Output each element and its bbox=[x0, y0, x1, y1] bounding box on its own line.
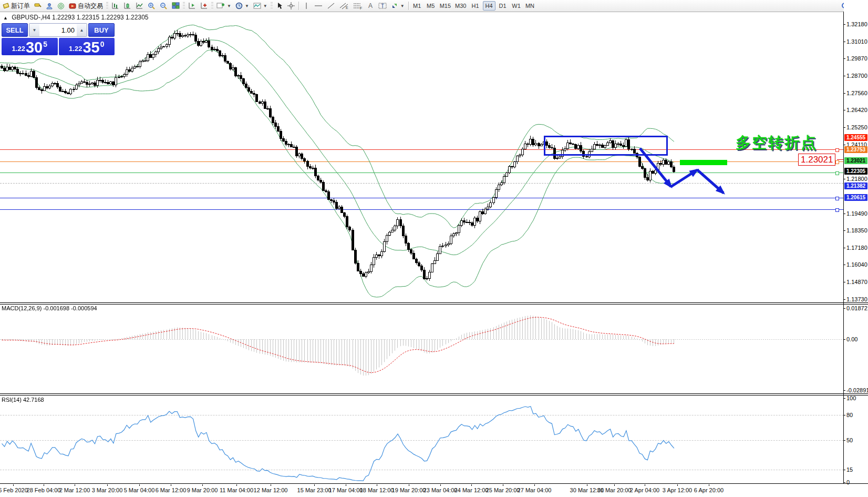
rsi-pane-canvas[interactable] bbox=[0, 395, 843, 483]
zoom-out-button[interactable] bbox=[158, 1, 169, 11]
volume-control: ▼ ▲ bbox=[29, 23, 87, 37]
volume-down-button[interactable]: ▼ bbox=[29, 24, 39, 36]
chart-title: ▲ GBPUSD-,H4 1.22293 1.22315 1.22293 1.2… bbox=[3, 14, 148, 21]
horizontal-line-icon bbox=[314, 2, 323, 9]
chart-line-button[interactable] bbox=[134, 1, 145, 11]
time-label: 11 Mar 04:00 bbox=[220, 487, 253, 493]
axis-tick-label: -0.028913 bbox=[846, 387, 868, 393]
community-button[interactable] bbox=[44, 1, 55, 11]
text-tool-button[interactable]: A bbox=[365, 1, 376, 11]
timeframe-m15[interactable]: M15 bbox=[438, 1, 452, 11]
toolbar-grip bbox=[106, 2, 108, 9]
timeframe-mn[interactable]: MN bbox=[524, 1, 536, 11]
axis-tick-label: 1.17180 bbox=[846, 245, 867, 251]
timeframe-m1[interactable]: M1 bbox=[411, 1, 423, 11]
price-axis[interactable]: 1.321801.310101.298701.287001.275601.264… bbox=[844, 0, 868, 497]
price-badge-1.21382: 1.21382 bbox=[844, 182, 867, 189]
shapes-tool-button[interactable]: ▼ bbox=[389, 1, 406, 11]
periods-button[interactable]: ▼ bbox=[234, 1, 251, 11]
timeframe-m30[interactable]: M30 bbox=[453, 1, 468, 11]
indicators-button[interactable]: ▼ bbox=[215, 1, 233, 11]
time-tick-mark bbox=[202, 484, 203, 486]
macd-pane-canvas[interactable] bbox=[0, 304, 843, 393]
chart-candles-button[interactable] bbox=[122, 1, 133, 11]
brush-button[interactable] bbox=[33, 1, 43, 11]
sell-price-point: 5 bbox=[43, 40, 47, 48]
arrow-annotations[interactable] bbox=[0, 23, 843, 314]
time-label: 6 Feb 2020 bbox=[0, 487, 28, 493]
indicators-icon bbox=[216, 2, 225, 9]
callout-leader-line bbox=[837, 159, 843, 160]
consolidation-box[interactable] bbox=[544, 136, 668, 156]
axis-tick-label: 1.19490 bbox=[846, 210, 867, 217]
timeframe-w1[interactable]: W1 bbox=[510, 1, 523, 11]
volume-input[interactable] bbox=[39, 24, 77, 36]
buy-price-pips: 35 bbox=[82, 40, 99, 54]
pane-separator[interactable] bbox=[0, 393, 868, 394]
trendline-tool-button[interactable] bbox=[325, 1, 337, 11]
time-tick-mark bbox=[107, 484, 108, 486]
time-tick-mark bbox=[139, 484, 140, 486]
clock-icon bbox=[235, 2, 243, 9]
time-label: 19 Mar 20:00 bbox=[392, 487, 426, 493]
cursor-button[interactable] bbox=[274, 1, 285, 11]
toolbar-separator bbox=[298, 2, 299, 10]
axis-tick-label: 1.21800 bbox=[846, 176, 867, 182]
auto-scroll-button[interactable] bbox=[187, 1, 198, 11]
timeframe-d1[interactable]: D1 bbox=[497, 1, 509, 11]
price-badge-1.23753: 1.23753 bbox=[844, 146, 867, 153]
sell-price-display[interactable]: 1.22 30 5 bbox=[2, 38, 58, 55]
label-tool-button[interactable]: T bbox=[377, 1, 388, 11]
timeframe-h1[interactable]: H1 bbox=[469, 1, 482, 11]
sell-button[interactable]: SELL bbox=[2, 23, 28, 37]
axis-tick-label: 15 bbox=[846, 466, 853, 473]
macd-indicator-label: MACD(12,26,9) -0.001698 -0.000594 bbox=[2, 305, 97, 311]
signals-button[interactable] bbox=[56, 1, 66, 11]
templates-button[interactable]: ▼ bbox=[252, 1, 269, 11]
chevron-down-icon: ▼ bbox=[400, 4, 405, 8]
zoom-in-icon bbox=[148, 2, 156, 9]
chart-area[interactable] bbox=[0, 12, 843, 497]
chart-bars-button[interactable] bbox=[110, 1, 121, 11]
time-label: 3 Apr 12:00 bbox=[663, 487, 692, 493]
hline-tool-button[interactable] bbox=[313, 1, 324, 11]
zoom-in-button[interactable] bbox=[146, 1, 157, 11]
price-axis-border bbox=[843, 12, 844, 484]
time-tick-mark bbox=[471, 484, 472, 486]
tile-windows-button[interactable] bbox=[170, 1, 181, 11]
pane-separator bbox=[0, 395, 868, 395]
price-callout-label[interactable]: 1.23021 bbox=[798, 154, 835, 166]
support-zone-bar[interactable] bbox=[680, 160, 727, 165]
vertical-line-icon bbox=[304, 2, 309, 9]
buy-button[interactable]: BUY bbox=[88, 23, 115, 37]
new-order-button[interactable]: 新订单 bbox=[1, 1, 32, 11]
time-tick-mark bbox=[236, 484, 237, 486]
new-order-icon bbox=[2, 3, 9, 9]
time-tick-mark bbox=[171, 484, 171, 486]
channel-tool-button[interactable]: E bbox=[338, 1, 350, 11]
time-axis[interactable]: 6 Feb 202028 Feb 04:002 Mar 12:003 Mar 2… bbox=[0, 484, 843, 497]
pane-separator[interactable] bbox=[0, 302, 868, 303]
time-tick-mark bbox=[377, 484, 377, 486]
cursor-icon bbox=[276, 2, 283, 9]
svg-text:T: T bbox=[381, 3, 384, 9]
time-label: 25 Mar 20:00 bbox=[486, 487, 520, 493]
one-click-trading-panel: SELL ▼ ▲ BUY 1.22 30 5 1.22 35 0 bbox=[2, 23, 115, 55]
axis-tick-label: 1.31010 bbox=[846, 38, 867, 45]
toolbar-separator bbox=[408, 2, 409, 10]
vline-tool-button[interactable] bbox=[301, 1, 312, 11]
time-tick-mark bbox=[677, 484, 678, 486]
axis-tick-label: 1.29870 bbox=[846, 55, 867, 62]
timeframe-h4[interactable]: H4 bbox=[483, 1, 495, 11]
buy-price-display[interactable]: 1.22 35 0 bbox=[59, 38, 115, 55]
chart-shift-button[interactable] bbox=[199, 1, 210, 11]
pivot-annotation-text[interactable]: 多空转折点 bbox=[736, 133, 817, 154]
timeframe-m5[interactable]: M5 bbox=[425, 1, 437, 11]
axis-tick-label: 1.18350 bbox=[846, 227, 867, 234]
fibonacci-tool-button[interactable]: F bbox=[352, 1, 364, 11]
volume-up-button[interactable]: ▲ bbox=[77, 24, 87, 36]
autotrading-button[interactable]: 自动交易 bbox=[67, 1, 105, 11]
crosshair-button[interactable] bbox=[286, 1, 296, 11]
axis-tick-label: 100 bbox=[846, 395, 856, 401]
axis-tick-label: 0.00 bbox=[846, 336, 857, 342]
